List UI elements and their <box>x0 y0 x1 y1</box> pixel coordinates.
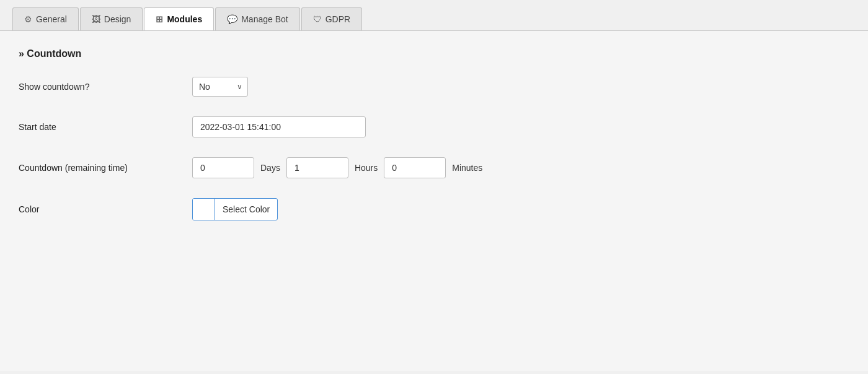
remaining-time-label: Countdown (remaining time) <box>19 163 192 173</box>
start-date-input[interactable] <box>192 116 366 137</box>
color-control: Select Color <box>192 198 278 220</box>
gdpr-icon: 🛡 <box>313 14 322 24</box>
start-date-row: Start date <box>19 116 849 137</box>
days-input[interactable] <box>192 157 254 178</box>
tab-modules-label: Modules <box>167 14 202 24</box>
section-title: Countdown <box>19 48 849 59</box>
show-countdown-select[interactable]: No Yes <box>192 77 248 97</box>
remaining-time-control: Days Hours Minutes <box>192 157 482 178</box>
start-date-control <box>192 116 366 137</box>
tabs-bar: ⚙ General 🖼 Design ⊞ Modules 💬 Manage Bo… <box>0 0 868 31</box>
show-countdown-label: Show countdown? <box>19 82 192 92</box>
tab-general[interactable]: ⚙ General <box>12 7 79 30</box>
tab-modules[interactable]: ⊞ Modules <box>144 7 214 30</box>
page-container: ⚙ General 🖼 Design ⊞ Modules 💬 Manage Bo… <box>0 0 868 374</box>
design-icon: 🖼 <box>92 14 100 24</box>
show-countdown-control: No Yes <box>192 77 248 97</box>
start-date-label: Start date <box>19 122 192 132</box>
general-icon: ⚙ <box>24 14 32 24</box>
minutes-input[interactable] <box>384 157 446 178</box>
tab-gdpr-label: GDPR <box>326 14 350 24</box>
hours-label: Hours <box>355 163 378 173</box>
minutes-label: Minutes <box>452 163 482 173</box>
tab-gdpr[interactable]: 🛡 GDPR <box>301 7 362 30</box>
color-picker-button[interactable]: Select Color <box>192 198 278 220</box>
days-label: Days <box>260 163 280 173</box>
show-countdown-row: Show countdown? No Yes <box>19 77 849 97</box>
select-color-label: Select Color <box>215 201 277 218</box>
color-label: Color <box>19 204 192 214</box>
modules-icon: ⊞ <box>156 14 163 24</box>
manage-bot-icon: 💬 <box>227 14 237 24</box>
remaining-time-row: Countdown (remaining time) Days Hours Mi… <box>19 157 849 178</box>
color-row: Color Select Color <box>19 198 849 220</box>
tab-design[interactable]: 🖼 Design <box>80 7 143 30</box>
tab-design-label: Design <box>104 14 131 24</box>
content-area: Countdown Show countdown? No Yes Start d… <box>0 31 868 371</box>
color-swatch <box>193 199 215 220</box>
show-countdown-select-wrapper: No Yes <box>192 77 248 97</box>
tab-manage-bot-label: Manage Bot <box>241 14 288 24</box>
tab-general-label: General <box>36 14 67 24</box>
tab-manage-bot[interactable]: 💬 Manage Bot <box>215 7 300 30</box>
hours-input[interactable] <box>286 157 348 178</box>
